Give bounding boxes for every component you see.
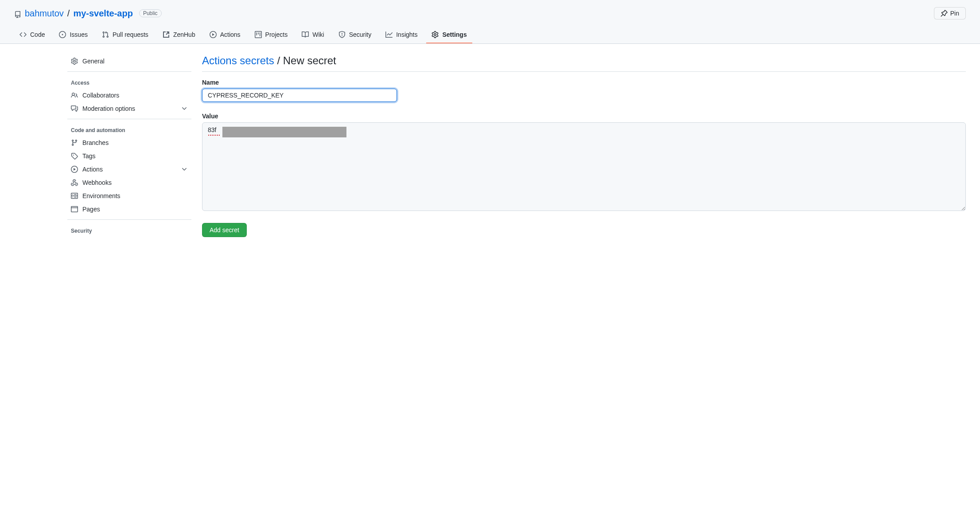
sidebar-item-pages[interactable]: Pages [67, 203, 191, 216]
play-icon [71, 166, 78, 173]
tab-security[interactable]: Security [333, 27, 377, 43]
book-icon [302, 31, 309, 38]
page-title: Actions secrets / New secret [202, 55, 966, 72]
path-separator: / [67, 8, 70, 19]
issue-icon [59, 31, 66, 38]
play-icon [210, 31, 217, 38]
tab-insights[interactable]: Insights [380, 27, 423, 43]
pin-button[interactable]: Pin [934, 7, 966, 20]
pin-icon [941, 10, 948, 17]
repo-nav: Code Issues Pull requests ZenHub Actions… [14, 27, 966, 43]
comment-discussion-icon [71, 105, 78, 112]
main-content: Actions secrets / New secret Name Value … [202, 55, 966, 244]
people-icon [71, 92, 78, 99]
sidebar-item-environments[interactable]: Environments [67, 189, 191, 203]
name-label: Name [202, 79, 966, 86]
git-pull-request-icon [102, 31, 109, 38]
code-icon [19, 31, 27, 38]
zenhub-icon [163, 31, 170, 38]
pin-button-label: Pin [950, 10, 959, 17]
sidebar-item-moderation[interactable]: Moderation options [67, 102, 191, 115]
tab-actions[interactable]: Actions [204, 27, 246, 43]
tab-issues[interactable]: Issues [54, 27, 93, 43]
repo-link[interactable]: my-svelte-app [73, 8, 133, 19]
sidebar-item-actions[interactable]: Actions [67, 163, 191, 176]
secret-value-textarea[interactable] [202, 122, 966, 211]
breadcrumb-actions-secrets[interactable]: Actions secrets [202, 55, 274, 66]
add-secret-button[interactable]: Add secret [202, 223, 247, 237]
chevron-down-icon [181, 166, 188, 173]
browser-icon [71, 206, 78, 213]
sidebar-section-access: Access [67, 75, 191, 89]
gear-icon [71, 58, 78, 65]
webhook-icon [71, 179, 78, 186]
project-icon [255, 31, 262, 38]
value-label: Value [202, 113, 966, 120]
gear-icon [432, 31, 439, 38]
graph-icon [385, 31, 393, 38]
sidebar-section-code: Code and automation [67, 123, 191, 136]
sidebar-item-collaborators[interactable]: Collaborators [67, 89, 191, 102]
visibility-badge: Public [139, 9, 162, 17]
tab-pull-requests[interactable]: Pull requests [97, 27, 154, 43]
shield-icon [338, 31, 346, 38]
repo-title-row: bahmutov / my-svelte-app Public Pin [14, 7, 966, 27]
server-icon [71, 192, 78, 199]
sidebar-item-webhooks[interactable]: Webhooks [67, 176, 191, 189]
repo-icon [14, 8, 21, 19]
sidebar-item-general[interactable]: General [67, 55, 191, 68]
tab-projects[interactable]: Projects [249, 27, 293, 43]
secret-name-input[interactable] [202, 89, 397, 102]
chevron-down-icon [181, 105, 188, 112]
sidebar-item-tags[interactable]: Tags [67, 149, 191, 163]
tab-zenhub[interactable]: ZenHub [157, 27, 201, 43]
tab-wiki[interactable]: Wiki [296, 27, 329, 43]
sidebar-item-branches[interactable]: Branches [67, 136, 191, 149]
sidebar-section-security: Security [67, 223, 191, 237]
owner-link[interactable]: bahmutov [25, 8, 64, 19]
tab-code[interactable]: Code [14, 27, 50, 43]
tab-settings[interactable]: Settings [426, 27, 472, 43]
git-branch-icon [71, 139, 78, 146]
settings-sidebar: General Access Collaborators Moderation … [67, 55, 191, 244]
tag-icon [71, 152, 78, 160]
